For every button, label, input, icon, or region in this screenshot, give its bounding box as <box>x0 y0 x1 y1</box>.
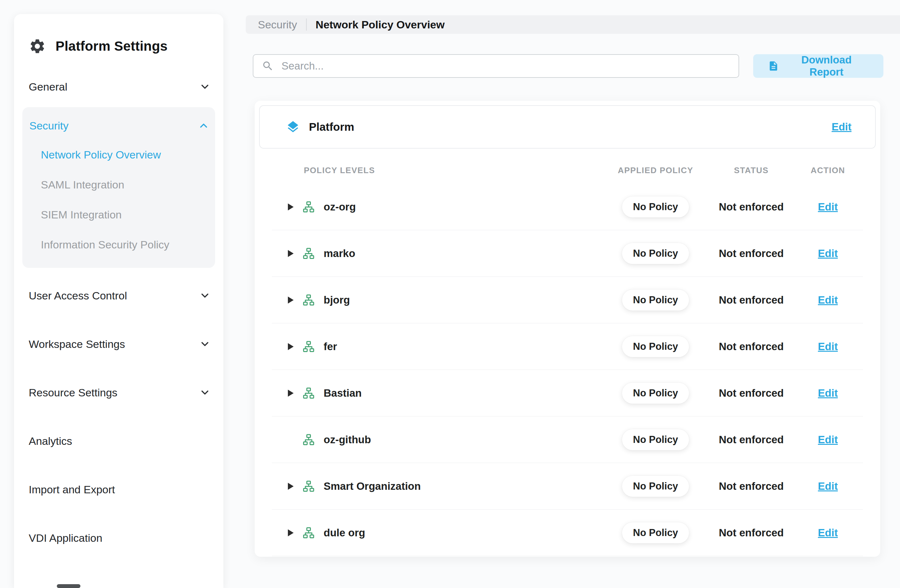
policy-level-name: Bastian <box>324 387 362 399</box>
edit-link[interactable]: Edit <box>818 434 838 446</box>
policy-level-name: dule org <box>324 527 365 539</box>
action-cell: Edit <box>793 248 863 260</box>
policy-level-name: oz-github <box>324 434 371 446</box>
org-hierarchy-icon <box>302 433 315 446</box>
table-row: Bastian No Policy Not enforced Edit <box>272 370 863 416</box>
action-cell: Edit <box>793 201 863 213</box>
org-hierarchy-icon <box>302 293 315 307</box>
status-text: Not enforced <box>710 248 793 260</box>
chevron-down-icon <box>199 81 211 93</box>
expand-caret-icon[interactable] <box>288 250 293 257</box>
policy-level-name: oz-org <box>324 201 356 213</box>
action-cell: Edit <box>793 340 863 353</box>
edit-link[interactable]: Edit <box>818 340 838 352</box>
status-text: Not enforced <box>710 201 793 213</box>
edit-link[interactable]: Edit <box>818 201 838 213</box>
policy-level-cell: fer <box>272 340 601 353</box>
applied-policy-cell: No Policy <box>601 243 710 264</box>
action-cell: Edit <box>793 387 863 399</box>
search-field-wrap <box>253 54 739 78</box>
table-row: oz-github No Policy Not enforced Edit <box>272 416 863 463</box>
applied-policy-cell: No Policy <box>601 522 710 543</box>
sidebar-item-label: User Access Control <box>29 289 127 302</box>
download-report-button[interactable]: Download Report <box>753 54 883 78</box>
policy-level-name: fer <box>324 340 337 353</box>
platform-title: Platform <box>309 121 823 133</box>
breadcrumb-divider <box>306 19 307 31</box>
applied-policy-badge: No Policy <box>622 197 689 217</box>
report-document-icon <box>768 60 779 72</box>
policy-level-cell: oz-org <box>272 200 601 214</box>
sidebar-item-information-security-policy[interactable]: Information Security Policy <box>22 230 215 260</box>
sidebar-item-label: Import and Export <box>29 483 115 496</box>
chevron-down-icon <box>199 290 211 301</box>
org-hierarchy-icon <box>302 340 315 353</box>
org-hierarchy-icon <box>302 200 315 214</box>
table-row: bjorg No Policy Not enforced Edit <box>272 277 863 323</box>
org-hierarchy-icon <box>302 247 315 260</box>
sidebar-item-analytics[interactable]: Analytics <box>14 420 223 462</box>
table-header-row: Policy Levels Applied Policy Status Acti… <box>272 149 863 184</box>
column-header-applied-policy: Applied Policy <box>601 166 710 175</box>
sidebar-item-workspace-settings[interactable]: Workspace Settings <box>14 323 223 365</box>
applied-policy-cell: No Policy <box>601 289 710 311</box>
policy-level-name: bjorg <box>324 294 350 306</box>
sidebar-item-user-access-control[interactable]: User Access Control <box>14 275 223 316</box>
edit-link[interactable]: Edit <box>818 527 838 538</box>
applied-policy-cell: No Policy <box>601 429 710 450</box>
sidebar-item-security[interactable]: Security <box>22 111 215 140</box>
expand-caret-icon[interactable] <box>288 343 293 350</box>
policy-level-cell: Bastian <box>272 387 601 400</box>
table-row: oz-org No Policy Not enforced Edit <box>272 184 863 230</box>
applied-policy-badge: No Policy <box>622 289 689 311</box>
policy-level-cell: bjorg <box>272 293 601 307</box>
sidebar-title: Platform Settings <box>56 39 168 54</box>
sidebar-item-resource-settings[interactable]: Resource Settings <box>14 372 223 413</box>
sidebar-item-label: VDI Application <box>29 532 102 544</box>
status-text: Not enforced <box>710 480 793 492</box>
page-title: Network Policy Overview <box>316 19 445 31</box>
table-row: marko No Policy Not enforced Edit <box>272 230 863 277</box>
sidebar-item-siem-integration[interactable]: SIEM Integration <box>22 200 215 230</box>
sidebar-item-label: Resource Settings <box>29 387 118 399</box>
platform-edit-link[interactable]: Edit <box>832 121 852 133</box>
column-header-action: Action <box>793 166 863 175</box>
column-header-status: Status <box>710 166 793 175</box>
org-hierarchy-icon <box>302 480 315 493</box>
sidebar-item-vdi-application[interactable]: VDI Application <box>14 517 223 559</box>
sidebar-item-saml-integration[interactable]: SAML Integration <box>22 170 215 200</box>
sidebar-item-import-and-export[interactable]: Import and Export <box>14 469 223 510</box>
sidebar-item-general[interactable]: General <box>14 71 223 102</box>
expand-caret-icon[interactable] <box>288 297 293 303</box>
expand-caret-icon[interactable] <box>288 529 293 536</box>
layers-icon <box>286 120 300 134</box>
status-text: Not enforced <box>710 434 793 446</box>
settings-sidebar: Platform Settings General Security Netwo… <box>14 14 223 588</box>
applied-policy-badge: No Policy <box>622 243 689 264</box>
main-content: Security Network Policy Overview Downloa… <box>246 0 900 588</box>
edit-link[interactable]: Edit <box>818 294 838 306</box>
policy-level-cell: oz-github <box>272 433 601 446</box>
policy-level-name: Smart Organization <box>324 480 421 492</box>
table-row: Smart Organization No Policy Not enforce… <box>272 463 863 509</box>
chevron-down-icon <box>199 387 211 398</box>
sidebar-item-network-policy-overview[interactable]: Network Policy Overview <box>22 140 215 170</box>
edit-link[interactable]: Edit <box>818 248 838 259</box>
gear-icon <box>29 38 46 55</box>
scrollbar-thumb[interactable] <box>57 584 81 588</box>
applied-policy-cell: No Policy <box>601 336 710 357</box>
breadcrumb-section[interactable]: Security <box>258 19 297 31</box>
platform-header: Platform Edit <box>259 105 876 149</box>
applied-policy-badge: No Policy <box>622 476 689 497</box>
applied-policy-badge: No Policy <box>622 336 689 357</box>
expand-caret-icon[interactable] <box>288 483 293 490</box>
expand-caret-icon[interactable] <box>288 203 293 210</box>
sidebar-item-label: Analytics <box>29 435 72 447</box>
search-icon <box>262 60 274 72</box>
edit-link[interactable]: Edit <box>818 480 838 492</box>
edit-link[interactable]: Edit <box>818 387 838 399</box>
search-input[interactable] <box>253 54 739 78</box>
action-cell: Edit <box>793 480 863 492</box>
policy-level-cell: dule org <box>272 526 601 540</box>
expand-caret-icon[interactable] <box>288 390 293 397</box>
